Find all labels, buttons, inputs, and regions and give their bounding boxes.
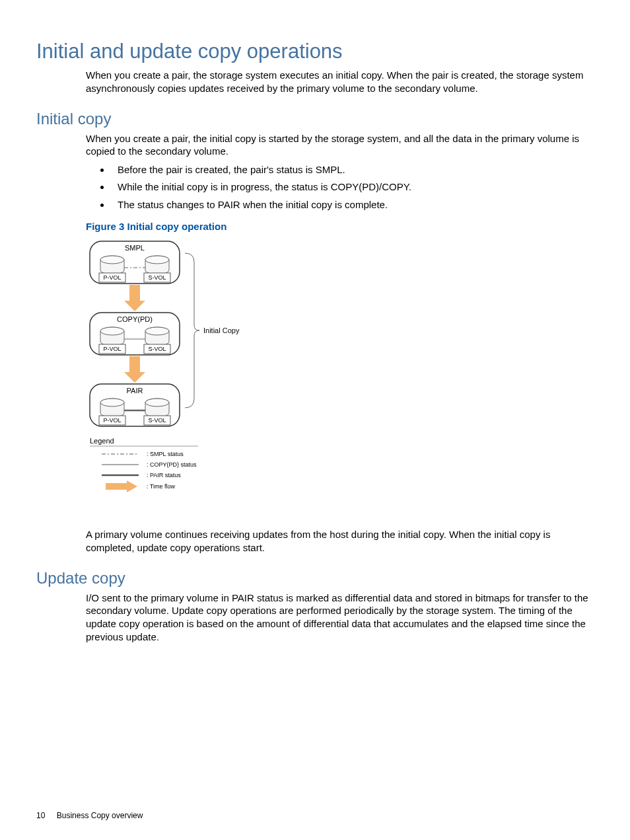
svg-rect-20	[106, 483, 127, 490]
diagram-stage3-right: S-VOL	[148, 417, 166, 424]
list-item: While the initial copy is in progress, t…	[111, 180, 594, 194]
figure-initial-copy-diagram: Initial Copy SMPL P-VOL S-VOL	[86, 239, 594, 519]
legend-item: : PAIR status	[147, 472, 181, 478]
flow-arrow-icon	[106, 480, 137, 492]
update-copy-paragraph-1: I/O sent to the primary volume in PAIR s…	[86, 592, 594, 644]
list-item: Before the pair is created, the pair's s…	[111, 163, 594, 176]
flow-arrow-icon	[124, 285, 145, 311]
svg-marker-7	[124, 301, 145, 311]
diagram-stage2-title: COPY(PD)	[117, 315, 153, 323]
svg-rect-11	[129, 356, 140, 372]
svg-rect-6	[129, 285, 140, 301]
diagram-stage3-title: PAIR	[127, 387, 143, 395]
diagram-stage3-left: P-VOL	[103, 417, 121, 424]
legend-title: Legend	[90, 437, 114, 445]
initial-copy-paragraph-2: A primary volume continues receiving upd…	[86, 528, 594, 554]
diagram-stage1-title: SMPL	[125, 244, 145, 252]
svg-marker-21	[127, 480, 137, 492]
diagram-stage2-left: P-VOL	[103, 346, 121, 352]
figure-caption: Figure 3 Initial copy operation	[86, 221, 594, 232]
diagram-stage2-right: S-VOL	[148, 346, 166, 352]
initial-copy-bullet-list: Before the pair is created, the pair's s…	[99, 163, 594, 211]
diagram-side-label: Initial Copy	[203, 326, 240, 334]
section-heading-initial-copy: Initial copy	[36, 110, 594, 128]
page-heading: Initial and update copy operations	[36, 40, 594, 63]
initial-copy-paragraph-1: When you create a pair, the initial copy…	[86, 132, 594, 159]
flow-arrow-icon	[124, 356, 145, 383]
list-item: The status changes to PAIR when the init…	[111, 198, 594, 211]
diagram-stage1-right: S-VOL	[148, 274, 166, 281]
legend-item: : SMPL status	[147, 451, 184, 457]
legend-item: : Time flow	[147, 483, 176, 490]
section-heading-update-copy: Update copy	[36, 569, 594, 588]
svg-marker-12	[124, 372, 145, 383]
intro-paragraph: When you create a pair, the storage syst…	[86, 69, 594, 95]
legend-item: : COPY(PD) status	[147, 461, 197, 468]
diagram-stage1-left: P-VOL	[103, 274, 121, 281]
